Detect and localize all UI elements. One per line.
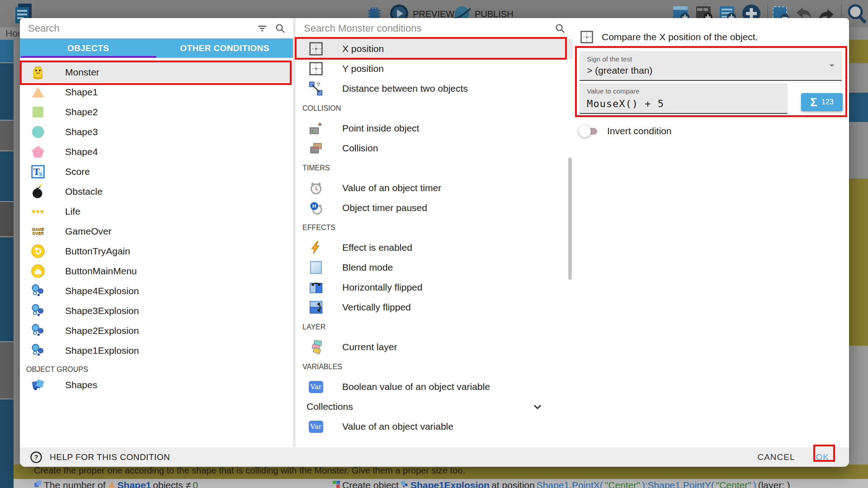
- event-text-segment: 0: [193, 480, 198, 488]
- zoom-search-icon[interactable]: [846, 3, 867, 24]
- condition-item-boolean-value-of-an-object-variable[interactable]: VarBoolean value of an object variable: [296, 377, 573, 397]
- svg-text:?: ?: [34, 454, 38, 461]
- condition-label: Collision: [342, 143, 378, 154]
- object-item-shape4[interactable]: Shape4: [20, 142, 293, 162]
- condition-label: Boolean value of an object variable: [342, 381, 490, 392]
- condition-item-value-of-an-object-variable[interactable]: VarValue of an object variable: [296, 417, 573, 436]
- object-label: Shape1: [65, 87, 98, 98]
- expression-editor-button[interactable]: Σ 123: [801, 93, 843, 111]
- objects-search-input[interactable]: [27, 22, 250, 35]
- object-item-obstacle[interactable]: Obstacle: [20, 182, 293, 202]
- event-text-segment: "Center": [716, 480, 751, 488]
- object-item-life[interactable]: ♥♥♥Life: [20, 202, 293, 221]
- condition-label: Vertically flipped: [342, 302, 411, 313]
- object-item-shape1[interactable]: Shape1: [20, 82, 293, 102]
- condition-item-y-position[interactable]: Y position: [296, 59, 573, 79]
- condition-item-current-layer[interactable]: Current layer: [296, 337, 573, 357]
- object-label: Shape2: [65, 107, 98, 117]
- section-header-layer: LAYER: [296, 322, 573, 333]
- value-to-compare-field[interactable]: Value to compare MouseX() + 5: [580, 83, 788, 114]
- event-text-segment: );Shape1.PointY(: [642, 480, 714, 488]
- blend-icon: [308, 260, 324, 275]
- section-header-collision: COLLISION: [296, 103, 573, 114]
- object-label: Shape4Explosion: [65, 286, 139, 296]
- value-to-compare-input[interactable]: MouseX() + 5: [587, 98, 664, 109]
- panel-tabs: OBJECTS OTHER CONDITIONS: [20, 38, 293, 58]
- sigma-digits: 123: [821, 98, 834, 106]
- ok-button[interactable]: OK: [816, 452, 829, 462]
- object-label: Monster: [65, 67, 99, 78]
- object-item-shape2[interactable]: Shape2: [20, 102, 293, 122]
- collapsible-label: Collections: [307, 401, 353, 412]
- condition-item-object-timer-paused[interactable]: Object timer paused: [296, 198, 573, 218]
- choose-condition-dialog: OBJECTS OTHER CONDITIONS MonsterShape1Sh…: [20, 18, 849, 467]
- condition-label: Value of an object variable: [342, 421, 453, 432]
- condition-header: Compare the X position of the object.: [580, 30, 758, 44]
- object-item-buttonmainmenu[interactable]: ButtonMainMenu: [20, 261, 293, 281]
- objects-search-bar: [20, 18, 293, 38]
- var-icon: Var: [308, 379, 324, 394]
- object-item-shape3[interactable]: Shape3: [20, 122, 293, 142]
- dialog-footer: ? HELP FOR THIS CONDITION CANCEL OK: [20, 447, 849, 467]
- dropdown-arrow-icon: [827, 61, 836, 70]
- object-list: MonsterShape1Shape2Shape3Shape4TxScoreOb…: [20, 58, 293, 447]
- monster-icon: [31, 65, 45, 80]
- filter-icon[interactable]: [257, 23, 268, 34]
- event-text-segment: (layer: ): [758, 480, 790, 488]
- object-item-buttontryagain[interactable]: ButtonTryAgain: [20, 241, 293, 261]
- section-header-timers: TIMERS: [296, 163, 573, 174]
- condition-label: Effect is enabled: [342, 242, 412, 253]
- event-sheet-row: The number of Shape1 objects ≠ 0 Create …: [14, 479, 868, 488]
- conditions-search-input[interactable]: [303, 22, 547, 35]
- condition-item-blend-mode[interactable]: Blend mode: [296, 258, 573, 277]
- object-item-monster[interactable]: Monster: [20, 62, 293, 82]
- event-text-segment: Shape1.PointX(: [537, 480, 603, 488]
- tab-other-conditions[interactable]: OTHER CONDITIONS: [156, 38, 293, 58]
- conditions-search-bar: [296, 18, 573, 39]
- vflip-icon: [308, 300, 324, 315]
- help-icon[interactable]: ?: [30, 451, 42, 464]
- tab-objects[interactable]: OBJECTS: [20, 38, 156, 58]
- collision-icon: [308, 141, 324, 156]
- cancel-button[interactable]: CANCEL: [757, 452, 795, 462]
- position-icon: [308, 41, 324, 56]
- event-text-segment: ): [753, 480, 756, 488]
- comment-text: Create the proper one according to the s…: [34, 465, 465, 476]
- object-item-shape4explosion[interactable]: Shape4Explosion: [20, 281, 293, 301]
- event-text-segment: Shape1Explosion: [410, 480, 490, 488]
- condition-item-horizontally-flipped[interactable]: Horizontally flipped: [296, 277, 573, 297]
- condition-item-vertically-flipped[interactable]: Vertically flipped: [296, 297, 573, 317]
- explosion-icon: [31, 324, 45, 338]
- condition-item-distance-between-two-objects[interactable]: ?Distance between two objects: [296, 79, 573, 99]
- object-item-score[interactable]: TxScore: [20, 162, 293, 182]
- explosion-icon: [31, 304, 45, 318]
- object-label: GameOver: [65, 226, 112, 237]
- condition-item-effect-is-enabled[interactable]: Effect is enabled: [296, 238, 573, 258]
- collapsible-collections[interactable]: Collections: [296, 397, 573, 417]
- shapes-group-icon: [31, 378, 45, 392]
- sign-of-test-select[interactable]: Sign of the test > (greater than): [580, 51, 842, 81]
- object-item-shape2explosion[interactable]: Shape2Explosion: [20, 321, 293, 341]
- event-text-segment: The number of: [44, 480, 106, 488]
- group-item-shapes[interactable]: Shapes: [20, 375, 293, 395]
- object-label: ButtonMainMenu: [65, 266, 137, 277]
- mini-tri-icon: [108, 480, 116, 488]
- condition-label: Value of an object timer: [342, 183, 441, 193]
- object-item-shape3explosion[interactable]: Shape3Explosion: [20, 301, 293, 321]
- condition-settings-panel: Compare the X position of the object. Si…: [573, 18, 849, 447]
- scrollbar-thumb[interactable]: [568, 158, 572, 280]
- condition-item-value-of-an-object-timer[interactable]: Value of an object timer: [296, 178, 573, 198]
- object-item-shape1explosion[interactable]: Shape1Explosion: [20, 341, 293, 361]
- condition-item-collision[interactable]: Collision: [296, 138, 573, 158]
- search-icon[interactable]: [275, 23, 286, 34]
- x-position-icon: [580, 30, 594, 44]
- event-text-segment: Create object: [342, 480, 399, 488]
- help-link[interactable]: HELP FOR THIS CONDITION: [50, 452, 170, 462]
- object-item-gameover[interactable]: GAMEOVERGameOver: [20, 221, 293, 241]
- condition-item-x-position[interactable]: X position: [296, 39, 573, 59]
- object-label: Shape3: [65, 127, 98, 137]
- invert-condition-toggle[interactable]: [580, 128, 597, 135]
- condition-description: Compare the X position of the object.: [602, 32, 758, 42]
- condition-item-point-inside-object[interactable]: Point inside object: [296, 118, 573, 138]
- object-groups-header: OBJECT GROUPS: [20, 364, 293, 375]
